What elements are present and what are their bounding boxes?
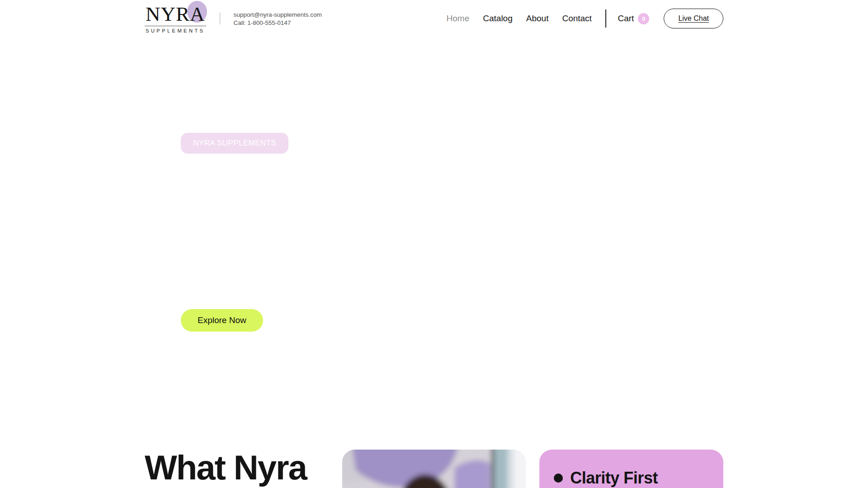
brand-logo[interactable]: NYRA SUPPLEMENTS	[145, 4, 206, 33]
explore-now-button[interactable]: Explore Now	[181, 309, 263, 332]
contact-phone[interactable]: Call: 1-800-555-0147	[234, 19, 322, 26]
contact-email[interactable]: support@nyra-supplements.com	[234, 11, 322, 18]
feature-line: Clarity First	[554, 469, 658, 488]
nav-item-about[interactable]: About	[526, 14, 549, 23]
hero-section: NYRA SUPPLEMENTS Explore Now	[145, 33, 723, 332]
hero-spacer	[181, 154, 687, 309]
main-nav: Home Catalog About Contact	[447, 14, 592, 23]
cart-label: Cart	[618, 14, 634, 23]
feature-card-clarity: Clarity First	[539, 450, 723, 488]
bullet-dot-icon	[554, 474, 563, 483]
section-heading: What Nyra	[145, 450, 329, 485]
what-nyra-section: What Nyra	[145, 450, 723, 488]
logo-text: NYRA	[146, 3, 205, 25]
cart-button[interactable]: Cart 0	[618, 13, 650, 24]
logo-tagline: SUPPLEMENTS	[146, 28, 205, 33]
nav-item-home[interactable]: Home	[447, 14, 470, 23]
live-chat-button[interactable]: Live Chat	[664, 9, 723, 28]
site-header: NYRA SUPPLEMENTS support@nyra-supplement…	[145, 0, 723, 33]
logo-wordmark: NYRA	[145, 4, 206, 26]
hero-badge: NYRA SUPPLEMENTS	[181, 133, 288, 154]
header-divider-left	[220, 13, 220, 24]
lifestyle-photo	[342, 450, 526, 488]
contact-info: support@nyra-supplements.com Call: 1-800…	[234, 11, 322, 26]
nav-item-catalog[interactable]: Catalog	[483, 14, 513, 23]
header-divider-cart	[605, 9, 606, 28]
cart-count-badge: 0	[638, 13, 649, 24]
what-nyra-grid: What Nyra	[145, 450, 723, 488]
feature-label: Clarity First	[570, 469, 658, 488]
nav-item-contact[interactable]: Contact	[562, 14, 591, 23]
landing-page: NYRA SUPPLEMENTS support@nyra-supplement…	[0, 0, 868, 488]
